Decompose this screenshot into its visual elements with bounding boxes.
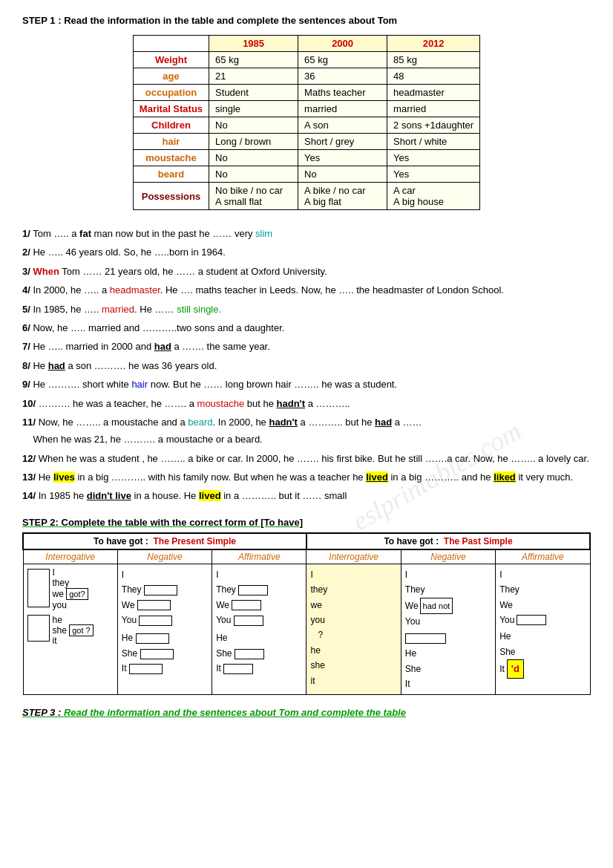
pasta-row-i: I [499,567,586,582]
step2-instruction: : Complete the table with the correct fo… [56,517,303,528]
pa-row-you: You [216,613,302,627]
age-2000: 36 [298,68,387,85]
row-label-moustache: moustache [133,150,209,166]
pastn-row-they: They [405,582,491,597]
pasta-row-he: He [499,629,586,644]
beard-2000: No [298,166,387,183]
pastn-row-he: He [405,646,491,661]
children-2000: A son [298,117,387,134]
step2-label: STEP 2 [22,517,56,528]
past-interrogative-cell: I they we you ? he she it [306,564,401,694]
pastn-box-blank [405,633,446,644]
hair-2000: Short / grey [298,134,387,150]
pasti-row-it: it [310,673,396,688]
hair-1985: Long / brown [209,134,298,150]
age-2012: 48 [387,68,480,85]
sentences-section: 1/ Tom ….. a fat man now but in the past… [22,225,591,505]
present-negative-cell: I They We You He She It [117,564,212,694]
pi-pronoun-they: they [53,578,88,588]
row-label-marital: Marital Status [133,101,209,117]
pastn-row-you: You [405,614,491,629]
present-negative-header: Negative [117,549,212,564]
present-interrogative-cell: I they we got? you he she got ? it [23,564,117,694]
row-label-possessions: Possessions [133,183,209,210]
present-affirmative-header: Affirmative [212,549,306,564]
sentence-5: 5/ In 1985, he ….. married. He …… still … [22,301,591,318]
pa-row-he: He [216,630,302,645]
step3-label: STEP 3 : [22,707,64,718]
sentence-12: 12/ When he was a student , he …….. a bi… [22,450,591,467]
sentence-10: 10/ ………. he was a teacher, he ……. a mous… [22,395,591,412]
sentence-1: 1/ Tom ….. a fat man now but in the past… [22,225,591,242]
step-label: STEP 1 : [22,15,64,26]
moustache-2000: Yes [298,150,387,166]
sentence-14: 14/ In 1985 he didn't live in a house. H… [22,487,591,504]
pasta-d-box: It 'd [499,659,586,679]
pastn-row-i: I [405,567,491,582]
pasti-row-we: we [310,598,396,613]
pa-row-they: They [216,582,302,597]
past-title: To have got : The Past Simple [306,533,590,549]
past-red: The Past Simple [444,536,513,546]
present-red: The Present Simple [154,536,236,546]
present-title: To have got : The Present Simple [23,533,306,549]
step1-instruction: Read the information in the table and co… [64,15,397,26]
sentence-8: 8/ He had a son ………. he was 36 years old… [22,357,591,374]
weight-2000: 65 kg [298,52,387,68]
sentence-2: 2/ He ….. 46 years old. So, he …..born i… [22,244,591,261]
pi-pronoun-he: he [53,615,94,625]
pn-row-he: He [122,630,208,645]
pasti-row-you: you [310,613,396,627]
pa-row-it: It [216,661,302,676]
pi-pronoun-i: I [53,567,88,578]
pa-row-she: She [216,646,302,661]
sentence-13: 13/ He lives in a big ……….. with his fam… [22,469,591,486]
possessions-2012: A carA big house [387,183,480,210]
past-negative-cell: I They We had not You He She It [401,564,495,694]
past-affirmative-header: Affirmative [496,549,590,564]
pi-pronoun-you: you [53,600,88,610]
occupation-2000: Maths teacher [298,85,387,101]
age-1985: 21 [209,68,298,85]
present-affirmative-cell: I They We You He She It [212,564,306,694]
children-1985: No [209,117,298,134]
info-table: 1985 2000 2012 Weight 65 kg 65 kg 85 kg … [133,35,480,210]
hair-2012: Short / white [387,134,480,150]
past-negative-header: Negative [401,549,495,564]
marital-2000: married [298,101,387,117]
col-header-1985: 1985 [209,36,298,52]
pi-pronoun-she: she got ? [53,625,94,636]
pa-row-we: We [216,598,302,613]
row-label-beard: beard [133,166,209,183]
pastn-row-we: We had not [405,598,491,615]
step2-title: STEP 2: Complete the table with the corr… [22,517,591,528]
pn-row-she: She [122,646,208,661]
pasti-question: ? [310,627,396,642]
pi-pronoun-it: it [53,636,94,646]
moustache-2012: Yes [387,150,480,166]
pasti-row-i: I [310,567,396,582]
pn-row-we: We [122,598,208,613]
row-label-children: Children [133,117,209,134]
present-interrogative-header: Interrogative [23,549,117,564]
pasta-row-you: You [499,613,586,627]
step1-title: STEP 1 : Read the information in the tab… [22,15,591,26]
sentence-6: 6/ Now, he ….. married and ………..two sons… [22,319,591,336]
sentence-11: 11/ Now, he …….. a moustache and a beard… [22,414,591,448]
sentence-9: 9/ He ………. short white hair now. But he … [22,376,591,393]
past-affirmative-cell: I They We You He She It 'd [496,564,590,694]
weight-1985: 65 kg [209,52,298,68]
pasti-row-she: she [310,658,396,673]
row-label-age: age [133,68,209,85]
pasta-row-she: She [499,645,586,659]
row-label-occupation: occupation [133,85,209,101]
pasta-row-they: They [499,582,586,597]
pa-row-i: I [216,567,302,582]
col-header-2012: 2012 [387,36,480,52]
pn-row-it: It [122,661,208,676]
possessions-1985: No bike / no carA small flat [209,183,298,210]
pn-row-i: I [122,567,208,582]
weight-2012: 85 kg [387,52,480,68]
pi-pronoun-we: we got? [53,588,88,600]
marital-2012: married [387,101,480,117]
